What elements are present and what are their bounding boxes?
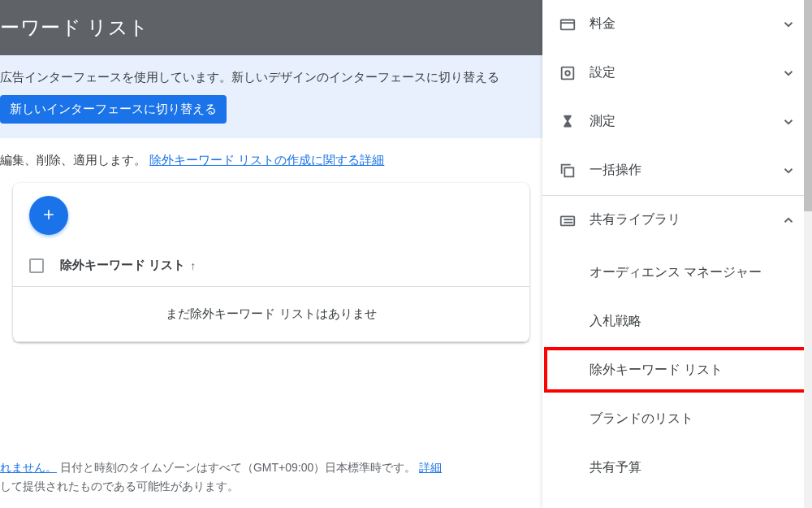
chevron-down-icon: [781, 17, 796, 32]
list-card: 除外キーワード リスト ↑ まだ除外キーワード リストはありませ: [13, 183, 529, 342]
page-title: ーワード リスト: [0, 15, 149, 41]
sub-item-label: 入札戦略: [590, 313, 641, 330]
chevron-down-icon: [781, 163, 796, 178]
nav-item-measurement[interactable]: 測定: [542, 98, 812, 146]
sub-item-label: 共有予算: [590, 459, 641, 476]
sort-ascending-icon: ↑: [190, 259, 196, 272]
switch-interface-button[interactable]: 新しいインターフェースに切り替える: [0, 95, 227, 124]
svg-point-3: [565, 71, 570, 76]
chevron-down-icon: [781, 66, 796, 80]
footer-line-1: れません。 日付と時刻のタイムゾーンはすべて（GMT+09:00）日本標準時です…: [0, 458, 542, 476]
nav-label: 料金: [590, 15, 768, 33]
chevron-up-icon: [781, 213, 796, 228]
sub-item-negative-keyword-lists[interactable]: 除外キーワード リスト: [542, 345, 812, 394]
scrollbar-thumb[interactable]: [804, 0, 812, 211]
credit-card-icon: [559, 15, 577, 33]
intro-line: 編集、削除、適用します。 除外キーワード リストの作成に関する詳細: [0, 138, 542, 183]
learn-more-link[interactable]: 除外キーワード リストの作成に関する詳細: [149, 153, 384, 167]
notice-text: 広告インターフェースを使用しています。新しいデザインのインターフェースに切り替え…: [0, 70, 542, 85]
stack-icon: [559, 162, 577, 180]
interface-switch-notice: 広告インターフェースを使用しています。新しいデザインのインターフェースに切り替え…: [0, 55, 542, 138]
main-content: ーワード リスト 広告インターフェースを使用しています。新しいデザインのインター…: [0, 0, 542, 508]
empty-state-message: まだ除外キーワード リストはありませ: [13, 287, 529, 342]
column-header-name[interactable]: 除外キーワード リスト ↑: [60, 258, 196, 273]
sub-item-shared-budgets[interactable]: 共有予算: [542, 443, 812, 492]
hourglass-icon: [559, 113, 577, 131]
intro-text: 編集、削除、適用します。: [0, 153, 149, 167]
nav-item-shared-library[interactable]: 共有ライブラリ: [542, 196, 812, 245]
shared-library-subitems: オーディエンス マネージャー 入札戦略 除外キーワード リスト ブランドのリスト…: [542, 245, 812, 495]
sub-item-label: ブランドのリスト: [590, 410, 693, 428]
table-header-row: 除外キーワード リスト ↑: [13, 245, 529, 287]
page-header: ーワード リスト: [0, 0, 542, 55]
svg-rect-0: [561, 20, 575, 29]
column-header-label: 除外キーワード リスト: [60, 258, 185, 273]
gear-icon: [559, 64, 577, 82]
svg-rect-5: [561, 216, 575, 225]
nav-item-bulk-actions[interactable]: 一括操作: [542, 146, 812, 195]
plus-icon: [41, 206, 57, 225]
sub-item-label: 除外キーワード リスト: [590, 362, 723, 379]
sub-item-label: オーディエンス マネージャー: [590, 264, 762, 281]
footer-text-1: 日付と時刻のタイムゾーンはすべて（GMT+09:00）日本標準時です。: [57, 461, 419, 474]
footer-more-link[interactable]: 詳細: [419, 461, 442, 474]
nav-label: 一括操作: [590, 162, 768, 179]
svg-rect-2: [562, 67, 574, 79]
sub-item-audience-manager[interactable]: オーディエンス マネージャー: [542, 248, 812, 297]
library-icon: [559, 211, 577, 229]
nav-label: 共有ライブラリ: [590, 211, 768, 228]
svg-rect-4: [564, 167, 573, 176]
select-all-checkbox[interactable]: [29, 258, 44, 273]
nav-label: 設定: [590, 64, 768, 81]
footer-link-1[interactable]: れません。: [0, 461, 57, 474]
nav-label: 測定: [590, 113, 768, 130]
sub-item-bid-strategies[interactable]: 入札戦略: [542, 297, 812, 345]
sub-item-brand-lists[interactable]: ブランドのリスト: [542, 394, 812, 443]
sidebar-scrollbar[interactable]: [804, 0, 812, 508]
chevron-down-icon: [781, 115, 796, 129]
footer-disclaimer: れません。 日付と時刻のタイムゾーンはすべて（GMT+09:00）日本標準時です…: [0, 452, 542, 508]
nav-item-settings[interactable]: 設定: [542, 49, 812, 98]
nav-sidebar: 料金 設定 測定 一括操作 共有: [542, 0, 812, 508]
add-list-button[interactable]: [29, 196, 68, 235]
nav-item-billing[interactable]: 料金: [542, 0, 812, 49]
footer-line-2: して提供されたものである可能性があります。: [0, 477, 542, 495]
